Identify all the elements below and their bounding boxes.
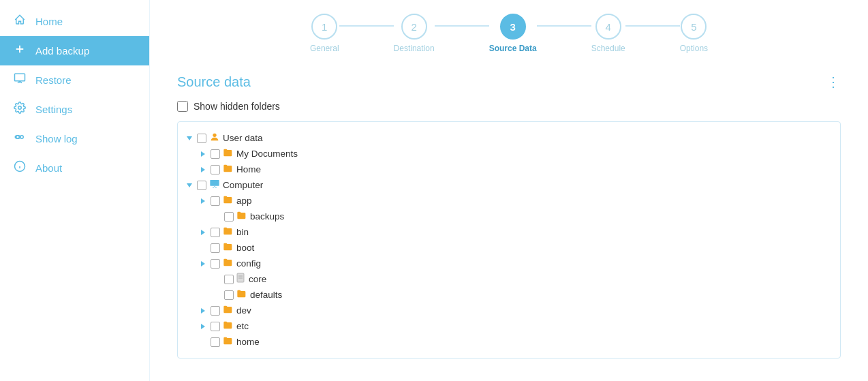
svg-point-11: [213, 134, 216, 137]
svg-marker-12: [201, 151, 205, 157]
tree-node-checkbox[interactable]: [211, 306, 220, 316]
tree-node-icon: [209, 179, 220, 192]
tree-node-checkbox[interactable]: [211, 337, 220, 347]
about-label: About: [35, 162, 62, 174]
tree-node-label: backups: [250, 211, 284, 222]
tree-node-label: Computer: [223, 180, 263, 190]
tree-node-checkbox[interactable]: [211, 243, 220, 253]
step-label-3: Source Data: [489, 44, 537, 53]
step-4[interactable]: 4Schedule: [591, 14, 625, 53]
content-area: Source data ⋮ Show hidden folders User d…: [150, 60, 868, 381]
tree-node: dev: [185, 303, 833, 318]
settings-label: Settings: [35, 104, 72, 115]
tree-node: backups: [185, 209, 833, 224]
more-options-button[interactable]: ⋮: [826, 74, 841, 90]
step-2[interactable]: 2Destination: [394, 14, 435, 53]
tree-toggle[interactable]: [198, 259, 208, 269]
tree-node-icon: [223, 241, 234, 254]
step-1[interactable]: 1General: [310, 14, 339, 53]
sidebar-item-home[interactable]: Home: [0, 7, 149, 36]
tree-node-label: User data: [223, 133, 263, 143]
tree-node: app: [185, 193, 833, 209]
svg-marker-13: [201, 167, 205, 172]
sidebar-item-about[interactable]: About: [0, 153, 149, 183]
svg-rect-2: [15, 74, 25, 81]
sidebar: HomeAdd backupRestoreSettingsShow logAbo…: [0, 0, 150, 381]
add-backup-icon: [12, 43, 27, 59]
tree-node-icon: [223, 147, 234, 160]
tree-node-icon: [223, 226, 234, 239]
step-circle-4: 4: [595, 14, 621, 40]
tree-node: core: [185, 271, 833, 287]
step-label-2: Destination: [394, 44, 435, 53]
tree-node-icon: [223, 194, 234, 207]
tree-toggle[interactable]: [198, 196, 208, 206]
sidebar-item-restore[interactable]: Restore: [0, 65, 149, 95]
show-hidden-row: Show hidden folders: [177, 101, 841, 112]
tree-node-label: defaults: [250, 290, 282, 300]
tree-node-icon: [223, 257, 234, 270]
tree-toggle[interactable]: [198, 322, 208, 331]
show-log-icon: [12, 131, 27, 147]
tree-toggle[interactable]: [185, 181, 194, 190]
tree-node: User data: [185, 130, 833, 146]
step-group-4: 4Schedule: [591, 14, 680, 53]
svg-marker-22: [201, 308, 205, 314]
home-label: Home: [35, 16, 63, 27]
tree-node-checkbox[interactable]: [224, 275, 234, 284]
tree-node-label: etc: [236, 321, 249, 331]
tree-toggle[interactable]: [185, 134, 194, 143]
tree-node: config: [185, 256, 833, 271]
tree-node: My Documents: [185, 146, 833, 162]
step-group-3: 3Source Data: [489, 14, 591, 53]
step-3[interactable]: 3Source Data: [489, 14, 537, 53]
show-log-label: Show log: [35, 133, 78, 144]
tree-node-checkbox[interactable]: [211, 149, 220, 159]
tree-node: Home: [185, 162, 833, 177]
tree-node-label: app: [236, 196, 252, 206]
tree-toggle[interactable]: [198, 228, 208, 237]
step-label-5: Options: [680, 44, 708, 53]
tree-node-label: boot: [236, 243, 254, 253]
svg-rect-15: [210, 180, 219, 186]
step-5[interactable]: 5Options: [680, 14, 708, 53]
svg-marker-17: [201, 230, 205, 235]
tree-toggle[interactable]: [198, 149, 208, 159]
svg-marker-10: [187, 136, 192, 140]
tree-node-checkbox[interactable]: [211, 196, 220, 206]
step-group-2: 2Destination: [394, 14, 489, 53]
tree-node-icon: [223, 320, 234, 333]
show-hidden-checkbox[interactable]: [177, 101, 188, 112]
tree-node: Computer: [185, 177, 833, 193]
tree-node-checkbox[interactable]: [211, 228, 220, 237]
tree-node-icon: [223, 335, 234, 348]
svg-marker-14: [187, 183, 192, 187]
settings-icon: [12, 102, 27, 117]
step-group-1: 1General: [310, 14, 394, 53]
sidebar-item-show-log[interactable]: Show log: [0, 124, 149, 153]
tree-node-label: core: [249, 274, 266, 284]
tree-node-checkbox[interactable]: [197, 181, 206, 190]
tree-node-checkbox[interactable]: [197, 134, 206, 143]
step-label-1: General: [310, 44, 339, 53]
source-tree: User dataMy DocumentsHomeComputerappback…: [177, 121, 841, 359]
tree-node-checkbox[interactable]: [224, 290, 234, 300]
step-line-2: [435, 25, 489, 27]
step-group-5: 5Options: [680, 14, 708, 53]
section-header: Source data ⋮: [177, 74, 841, 90]
tree-node-checkbox[interactable]: [224, 212, 234, 222]
section-title: Source data: [177, 74, 251, 90]
sidebar-item-settings[interactable]: Settings: [0, 95, 149, 124]
restore-label: Restore: [35, 74, 72, 86]
tree-node-checkbox[interactable]: [211, 259, 220, 269]
tree-toggle[interactable]: [198, 165, 208, 174]
tree-node-checkbox[interactable]: [211, 165, 220, 174]
svg-marker-16: [201, 198, 205, 204]
tree-node-checkbox[interactable]: [211, 322, 220, 331]
tree-node-icon: [236, 210, 247, 223]
sidebar-item-add-backup[interactable]: Add backup: [0, 36, 149, 65]
step-line-4: [625, 25, 680, 27]
tree-node-label: My Documents: [236, 149, 298, 159]
tree-node-icon: [236, 288, 247, 301]
tree-toggle[interactable]: [198, 306, 208, 316]
